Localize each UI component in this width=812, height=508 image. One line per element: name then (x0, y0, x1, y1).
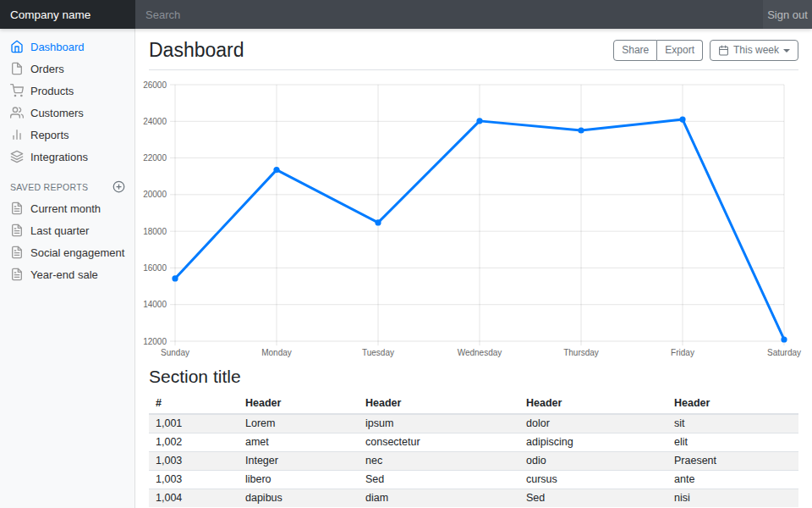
file-text-icon (10, 224, 24, 237)
svg-text:Friday: Friday (671, 348, 694, 357)
svg-text:Saturday: Saturday (767, 348, 801, 357)
calendar-icon (718, 45, 729, 56)
table-cell: elit (667, 433, 798, 452)
page-title: Dashboard (149, 39, 244, 62)
sidebar-item-current-month[interactable]: Current month (0, 197, 135, 219)
sidebar-item-year-end-sale[interactable]: Year-end sale (0, 263, 135, 285)
table-header-row: # Header Header Header Header (149, 394, 798, 414)
table-cell: odio (519, 452, 667, 471)
svg-text:16000: 16000 (143, 263, 167, 273)
section-title: Section title (149, 367, 798, 387)
sidebar-item-social-engagement[interactable]: Social engagement (0, 241, 135, 263)
table-cell: sit (667, 414, 798, 433)
table-cell: ipsum (359, 414, 519, 433)
sidebar-item-last-quarter[interactable]: Last quarter (0, 219, 135, 241)
sidebar-item-label: Customers (30, 107, 84, 119)
table-row: 1,001 Lorem ipsum dolor sit (149, 414, 798, 433)
table-cell: 1,003 (149, 471, 239, 489)
sidebar-item-products[interactable]: Products (0, 80, 135, 102)
table-cell: 1,001 (149, 414, 239, 433)
sidebar-item-label: Social engagement (30, 246, 124, 259)
toolbar: Share Export This week (613, 40, 798, 61)
sidebar-item-label: Reports (30, 129, 69, 141)
svg-text:14000: 14000 (143, 300, 167, 309)
export-button[interactable]: Export (657, 40, 703, 61)
table-cell: 1,003 (149, 452, 239, 471)
svg-text:Tuesday: Tuesday (362, 348, 394, 357)
file-text-icon (10, 268, 24, 281)
chevron-down-icon (783, 49, 790, 52)
layers-icon (10, 150, 24, 163)
svg-text:Thursday: Thursday (563, 348, 599, 357)
table-row: 1,003 Integer nec odio Praesent (149, 452, 798, 471)
file-icon (10, 62, 24, 75)
svg-text:22000: 22000 (143, 153, 167, 163)
svg-text:18000: 18000 (143, 227, 167, 236)
table-cell: ante (667, 471, 798, 489)
share-export-group: Share Export (613, 40, 703, 61)
period-label: This week (733, 43, 779, 58)
file-text-icon (10, 246, 24, 259)
column-header: # (149, 394, 239, 414)
table-cell: consectetur (359, 433, 519, 452)
svg-text:24000: 24000 (143, 117, 167, 126)
table-cell: Lorem (239, 414, 359, 433)
sidebar: Dashboard Orders Products Customers Repo… (0, 29, 135, 508)
share-button[interactable]: Share (613, 40, 657, 61)
svg-text:Monday: Monday (261, 348, 292, 357)
svg-text:26000: 26000 (143, 80, 167, 90)
svg-text:20000: 20000 (143, 190, 167, 199)
svg-text:12000: 12000 (143, 337, 167, 346)
sidebar-item-label: Dashboard (30, 41, 85, 53)
saved-reports-label: Saved reports (10, 182, 88, 192)
table-row: 1,002 amet consectetur adipiscing elit (149, 433, 798, 452)
column-header: Header (667, 394, 798, 414)
traffic-chart: 2600024000220002000018000160001400012000… (149, 77, 798, 356)
saved-reports-heading: Saved reports (0, 168, 135, 197)
file-text-icon (10, 202, 24, 215)
table-cell: libero (239, 471, 359, 489)
brand-link[interactable]: Company name (0, 0, 135, 29)
sidebar-item-label: Current month (30, 202, 101, 215)
sidebar-item-customers[interactable]: Customers (0, 102, 135, 124)
shopping-cart-icon (10, 84, 24, 97)
sidebar-item-label: Integrations (30, 151, 88, 163)
column-header: Header (359, 394, 519, 414)
table-cell: Integer (239, 452, 359, 471)
svg-text:Sunday: Sunday (161, 348, 189, 357)
table-cell: Sed (519, 489, 667, 508)
data-table: # Header Header Header Header 1,001 Lore… (149, 394, 798, 507)
bar-chart-icon (10, 128, 24, 141)
page-header: Dashboard Share Export This week (149, 29, 798, 70)
table-cell: Praesent (667, 452, 798, 471)
sign-out-link[interactable]: Sign out (763, 0, 812, 29)
search-input[interactable] (135, 0, 763, 29)
period-dropdown-button[interactable]: This week (710, 40, 798, 61)
table-cell: cursus (519, 471, 667, 489)
table-cell: dapibus (239, 489, 359, 508)
users-icon (10, 106, 24, 119)
sidebar-item-label: Products (30, 85, 74, 97)
table-cell: adipiscing (519, 433, 667, 452)
sidebar-item-reports[interactable]: Reports (0, 124, 135, 146)
table-cell: dolor (519, 414, 667, 433)
table-cell: 1,004 (149, 489, 239, 508)
plus-circle-icon[interactable] (112, 180, 125, 193)
table-cell: amet (239, 433, 359, 452)
sidebar-item-integrations[interactable]: Integrations (0, 146, 135, 168)
column-header: Header (239, 394, 359, 414)
sidebar-item-label: Last quarter (30, 224, 89, 237)
table-cell: nisi (667, 489, 798, 508)
table-cell: 1,002 (149, 433, 239, 452)
sidebar-item-dashboard[interactable]: Dashboard (0, 36, 135, 58)
table-cell: Sed (359, 471, 519, 489)
column-header: Header (519, 394, 667, 414)
table-cell: nec (359, 452, 519, 471)
table-row: 1,004 dapibus diam Sed nisi (149, 489, 798, 508)
sidebar-item-label: Year-end sale (30, 268, 98, 281)
sidebar-item-label: Orders (30, 63, 64, 75)
sidebar-item-orders[interactable]: Orders (0, 58, 135, 80)
svg-text:Wednesday: Wednesday (458, 348, 502, 357)
line-chart-svg: 2600024000220002000018000160001400012000… (149, 77, 802, 356)
home-icon (10, 40, 24, 53)
